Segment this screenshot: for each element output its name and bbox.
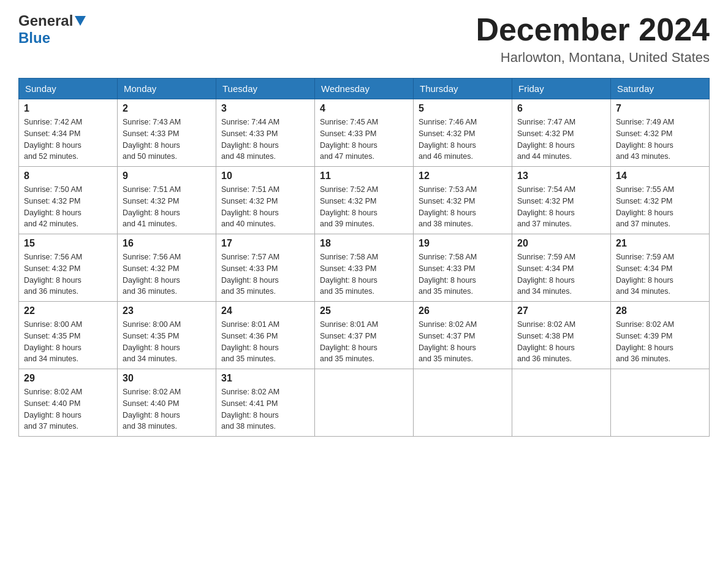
day-number: 12 <box>419 170 507 182</box>
day-number: 17 <box>221 238 309 249</box>
calendar-cell: 27 Sunrise: 8:02 AM Sunset: 4:38 PM Dayl… <box>512 302 611 369</box>
calendar-header-row: SundayMondayTuesdayWednesdayThursdayFrid… <box>19 79 710 99</box>
day-info: Sunrise: 7:54 AM Sunset: 4:32 PM Dayligh… <box>517 184 605 230</box>
day-number: 3 <box>221 103 309 114</box>
calendar-cell: 2 Sunrise: 7:43 AM Sunset: 4:33 PM Dayli… <box>118 99 216 167</box>
day-info: Sunrise: 7:47 AM Sunset: 4:32 PM Dayligh… <box>517 117 605 163</box>
day-info: Sunrise: 8:02 AM Sunset: 4:39 PM Dayligh… <box>616 319 704 365</box>
day-info: Sunrise: 8:02 AM Sunset: 4:41 PM Dayligh… <box>221 386 309 432</box>
day-info: Sunrise: 7:59 AM Sunset: 4:34 PM Dayligh… <box>616 251 704 297</box>
day-info: Sunrise: 7:44 AM Sunset: 4:33 PM Dayligh… <box>221 117 309 163</box>
day-info: Sunrise: 7:58 AM Sunset: 4:33 PM Dayligh… <box>320 251 408 297</box>
day-number: 9 <box>123 170 211 182</box>
calendar-cell <box>315 369 414 437</box>
calendar-cell: 31 Sunrise: 8:02 AM Sunset: 4:41 PM Dayl… <box>216 369 315 437</box>
calendar-header-monday: Monday <box>118 79 216 99</box>
day-number: 31 <box>221 373 309 384</box>
day-info: Sunrise: 7:45 AM Sunset: 4:33 PM Dayligh… <box>320 117 408 163</box>
day-number: 23 <box>123 305 211 316</box>
day-info: Sunrise: 7:56 AM Sunset: 4:32 PM Dayligh… <box>24 251 112 297</box>
day-info: Sunrise: 7:50 AM Sunset: 4:32 PM Dayligh… <box>24 184 112 230</box>
page-header: General Blue December 2024 Harlowton, Mo… <box>18 12 710 66</box>
day-info: Sunrise: 7:46 AM Sunset: 4:32 PM Dayligh… <box>419 117 507 163</box>
day-number: 20 <box>517 238 605 249</box>
day-number: 8 <box>24 170 112 182</box>
calendar-cell <box>512 369 611 437</box>
day-number: 26 <box>419 305 507 316</box>
calendar-table: SundayMondayTuesdayWednesdayThursdayFrid… <box>18 78 710 437</box>
logo: General Blue <box>18 12 86 47</box>
title-area: December 2024 Harlowton, Montana, United… <box>476 12 710 66</box>
day-number: 2 <box>123 103 211 114</box>
logo-blue-text: Blue <box>18 29 50 46</box>
calendar-cell: 11 Sunrise: 7:52 AM Sunset: 4:32 PM Dayl… <box>315 167 414 234</box>
day-number: 22 <box>24 305 112 316</box>
day-number: 18 <box>320 238 408 249</box>
day-info: Sunrise: 8:01 AM Sunset: 4:36 PM Dayligh… <box>221 319 309 365</box>
calendar-cell: 4 Sunrise: 7:45 AM Sunset: 4:33 PM Dayli… <box>315 99 414 167</box>
calendar-cell: 20 Sunrise: 7:59 AM Sunset: 4:34 PM Dayl… <box>512 234 611 302</box>
calendar-cell: 17 Sunrise: 7:57 AM Sunset: 4:33 PM Dayl… <box>216 234 315 302</box>
logo-triangle-icon <box>75 16 86 28</box>
day-number: 27 <box>517 305 605 316</box>
calendar-cell: 22 Sunrise: 8:00 AM Sunset: 4:35 PM Dayl… <box>19 302 118 369</box>
day-number: 29 <box>24 373 112 384</box>
calendar-week-row: 29 Sunrise: 8:02 AM Sunset: 4:40 PM Dayl… <box>19 369 710 437</box>
calendar-header-wednesday: Wednesday <box>315 79 414 99</box>
day-info: Sunrise: 8:00 AM Sunset: 4:35 PM Dayligh… <box>123 319 211 365</box>
calendar-header-tuesday: Tuesday <box>216 79 315 99</box>
calendar-cell: 3 Sunrise: 7:44 AM Sunset: 4:33 PM Dayli… <box>216 99 315 167</box>
day-info: Sunrise: 7:56 AM Sunset: 4:32 PM Dayligh… <box>123 251 211 297</box>
day-number: 7 <box>616 103 704 114</box>
day-info: Sunrise: 7:43 AM Sunset: 4:33 PM Dayligh… <box>123 117 211 163</box>
calendar-week-row: 1 Sunrise: 7:42 AM Sunset: 4:34 PM Dayli… <box>19 99 710 167</box>
calendar-week-row: 8 Sunrise: 7:50 AM Sunset: 4:32 PM Dayli… <box>19 167 710 234</box>
calendar-cell: 1 Sunrise: 7:42 AM Sunset: 4:34 PM Dayli… <box>19 99 118 167</box>
day-info: Sunrise: 7:55 AM Sunset: 4:32 PM Dayligh… <box>616 184 704 230</box>
calendar-cell: 28 Sunrise: 8:02 AM Sunset: 4:39 PM Dayl… <box>611 302 710 369</box>
day-info: Sunrise: 8:02 AM Sunset: 4:37 PM Dayligh… <box>419 319 507 365</box>
day-number: 4 <box>320 103 408 114</box>
day-number: 1 <box>24 103 112 114</box>
calendar-cell: 12 Sunrise: 7:53 AM Sunset: 4:32 PM Dayl… <box>414 167 512 234</box>
day-number: 24 <box>221 305 309 316</box>
calendar-cell: 8 Sunrise: 7:50 AM Sunset: 4:32 PM Dayli… <box>19 167 118 234</box>
day-info: Sunrise: 7:57 AM Sunset: 4:33 PM Dayligh… <box>221 251 309 297</box>
day-info: Sunrise: 8:02 AM Sunset: 4:40 PM Dayligh… <box>123 386 211 432</box>
day-number: 30 <box>123 373 211 384</box>
calendar-cell: 18 Sunrise: 7:58 AM Sunset: 4:33 PM Dayl… <box>315 234 414 302</box>
day-number: 28 <box>616 305 704 316</box>
calendar-cell: 7 Sunrise: 7:49 AM Sunset: 4:32 PM Dayli… <box>611 99 710 167</box>
calendar-cell: 23 Sunrise: 8:00 AM Sunset: 4:35 PM Dayl… <box>118 302 216 369</box>
calendar-cell: 15 Sunrise: 7:56 AM Sunset: 4:32 PM Dayl… <box>19 234 118 302</box>
day-info: Sunrise: 7:59 AM Sunset: 4:34 PM Dayligh… <box>517 251 605 297</box>
calendar-cell: 16 Sunrise: 7:56 AM Sunset: 4:32 PM Dayl… <box>118 234 216 302</box>
calendar-cell <box>611 369 710 437</box>
calendar-header-thursday: Thursday <box>414 79 512 99</box>
day-number: 11 <box>320 170 408 182</box>
day-number: 21 <box>616 238 704 249</box>
calendar-cell: 24 Sunrise: 8:01 AM Sunset: 4:36 PM Dayl… <box>216 302 315 369</box>
calendar-cell: 29 Sunrise: 8:02 AM Sunset: 4:40 PM Dayl… <box>19 369 118 437</box>
calendar-cell <box>414 369 512 437</box>
day-info: Sunrise: 8:01 AM Sunset: 4:37 PM Dayligh… <box>320 319 408 365</box>
day-number: 25 <box>320 305 408 316</box>
calendar-cell: 6 Sunrise: 7:47 AM Sunset: 4:32 PM Dayli… <box>512 99 611 167</box>
day-info: Sunrise: 8:00 AM Sunset: 4:35 PM Dayligh… <box>24 319 112 365</box>
calendar-cell: 21 Sunrise: 7:59 AM Sunset: 4:34 PM Dayl… <box>611 234 710 302</box>
calendar-week-row: 15 Sunrise: 7:56 AM Sunset: 4:32 PM Dayl… <box>19 234 710 302</box>
calendar-cell: 10 Sunrise: 7:51 AM Sunset: 4:32 PM Dayl… <box>216 167 315 234</box>
calendar-cell: 5 Sunrise: 7:46 AM Sunset: 4:32 PM Dayli… <box>414 99 512 167</box>
svg-marker-0 <box>75 16 86 26</box>
day-number: 19 <box>419 238 507 249</box>
day-number: 14 <box>616 170 704 182</box>
day-number: 5 <box>419 103 507 114</box>
calendar-cell: 30 Sunrise: 8:02 AM Sunset: 4:40 PM Dayl… <box>118 369 216 437</box>
day-info: Sunrise: 7:49 AM Sunset: 4:32 PM Dayligh… <box>616 117 704 163</box>
calendar-cell: 19 Sunrise: 7:58 AM Sunset: 4:33 PM Dayl… <box>414 234 512 302</box>
day-info: Sunrise: 8:02 AM Sunset: 4:38 PM Dayligh… <box>517 319 605 365</box>
day-number: 10 <box>221 170 309 182</box>
day-number: 15 <box>24 238 112 249</box>
calendar-header-saturday: Saturday <box>611 79 710 99</box>
day-number: 16 <box>123 238 211 249</box>
